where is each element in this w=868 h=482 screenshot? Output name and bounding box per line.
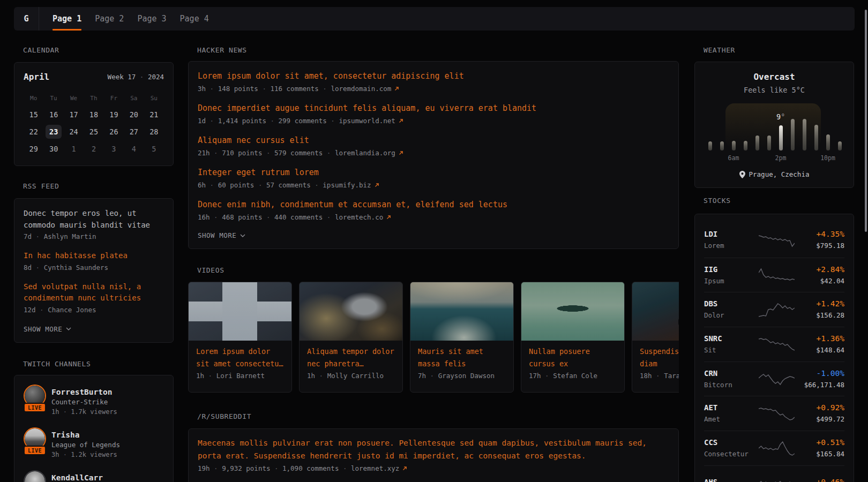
weather-hour-bar	[755, 135, 759, 150]
twitch-channel-row[interactable]: KendallCarr	[24, 470, 164, 482]
hackernews-item-title[interactable]: Aliquam nec cursus elit	[198, 135, 669, 146]
hackernews-section-label: HACKER NEWS	[197, 46, 247, 55]
video-title[interactable]: Aliquam tempor dolor nec pharetra…	[307, 345, 395, 370]
weather-hour-bar	[814, 125, 818, 150]
twitch-avatar-wrap	[24, 470, 46, 482]
active-tab-underline	[53, 29, 81, 31]
calendar-day: 4	[124, 144, 144, 154]
hackernews-item: Donec imperdiet augue tincidunt felis al…	[198, 103, 669, 126]
tab-page-1[interactable]: Page 1	[53, 7, 81, 31]
live-badge: LIVE	[24, 403, 46, 412]
calendar-section-label: CALENDAR	[23, 46, 59, 55]
stock-name: Amet	[704, 415, 759, 424]
stock-symbol: AET	[704, 403, 759, 413]
twitch-channel-name: KendallCarr	[51, 473, 103, 482]
page-tabs: Page 1Page 2Page 3Page 4	[39, 7, 209, 31]
hackernews-show-more-button[interactable]: SHOW MORE	[198, 231, 669, 239]
video-title[interactable]: Suspendisse posuere diam	[640, 345, 679, 370]
rss-section-label: RSS FEED	[23, 182, 59, 191]
stock-sparkline	[759, 440, 795, 456]
stock-price: $795.18	[795, 241, 844, 251]
twitch-channel-viewers: 1h · 1.7k viewers	[51, 407, 117, 417]
video-card[interactable]: Nullam posuere cursus ex17h · Stefan Col…	[521, 282, 625, 393]
external-link-icon	[394, 86, 399, 91]
video-card[interactable]: Mauris sit amet massa felis7h · Grayson …	[410, 282, 514, 393]
video-title[interactable]: Nullam posuere cursus ex	[529, 345, 617, 370]
weather-hour-bar	[803, 119, 806, 150]
calendar-day-header: We	[64, 95, 84, 102]
hackernews-item-title[interactable]: Donec enim nibh, condimentum et accumsan…	[198, 199, 669, 210]
stock-row[interactable]: AETAmet+0.92%$499.72	[704, 396, 844, 431]
subreddit-post-title[interactable]: Maecenas mollis pulvinar erat non posuer…	[198, 437, 669, 462]
calendar-day: 18	[84, 110, 103, 119]
video-thumbnail[interactable]	[410, 282, 513, 341]
stock-sparkline	[759, 371, 795, 387]
video-thumbnail[interactable]	[632, 282, 679, 341]
rss-item-title[interactable]: Donec tempor eros leo, ut commodo mauris…	[24, 208, 164, 231]
weather-hour-label: 10pm	[820, 154, 835, 162]
hackernews-item-title[interactable]: Lorem ipsum dolor sit amet, consectetur …	[198, 71, 669, 81]
weather-hour-bar	[732, 141, 736, 150]
video-card[interactable]: Aliquam tempor dolor nec pharetra…1h · M…	[299, 282, 403, 393]
tab-page-4[interactable]: Page 4	[180, 7, 209, 31]
tab-page-3[interactable]: Page 3	[137, 7, 166, 31]
external-link-icon	[375, 183, 379, 187]
calendar-day-header: Tu	[43, 95, 63, 102]
twitch-channel-viewers: 3h · 1.2k viewers	[51, 450, 120, 460]
hackernews-item-meta: 16h · 468 points · 440 comments · loremt…	[198, 213, 669, 222]
twitch-channel-row[interactable]: LIVETrishaLeague of Legends3h · 1.2k vie…	[24, 427, 164, 460]
video-title[interactable]: Mauris sit amet massa felis	[418, 345, 506, 370]
hackernews-item: Integer eget rutrum lorem6h · 60 points …	[198, 167, 669, 190]
stock-symbol: DBS	[704, 299, 759, 309]
weather-widget: Overcast Feels like 5°C 9° Prague, Czech…	[694, 62, 854, 188]
calendar-day: 1	[64, 144, 84, 154]
hackernews-item-meta: 3h · 148 points · 116 comments · loremdo…	[198, 84, 669, 94]
stock-sparkline	[759, 475, 795, 482]
videos-section-label: VIDEOS	[197, 266, 225, 275]
stock-row[interactable]: CCSConsectetur+0.51%$165.84	[704, 431, 844, 465]
page-scrollbar[interactable]	[865, 10, 867, 232]
rss-show-more-button[interactable]: SHOW MORE	[24, 325, 164, 333]
weather-condition: Overcast	[695, 72, 854, 82]
video-thumbnail[interactable]	[300, 282, 402, 341]
calendar-day-header: Su	[144, 95, 164, 102]
hackernews-item-meta: 1d · 1,414 points · 299 comments · ipsum…	[198, 116, 669, 126]
stock-row[interactable]: DBSDolor+1.42%$156.28	[704, 292, 844, 327]
stock-change: +0.92%	[795, 403, 844, 413]
calendar-day-header: Mo	[24, 95, 43, 102]
stock-row[interactable]: IIGIpsum+2.84%$42.04	[704, 258, 844, 292]
rss-item-meta: 8d · Cynthia Saunders	[24, 263, 164, 272]
subreddit-post-meta: 19h · 9,932 points · 1,090 comments · lo…	[198, 464, 669, 472]
external-link-icon	[399, 118, 403, 123]
tab-page-2[interactable]: Page 2	[95, 7, 124, 31]
header-bar: G Page 1Page 2Page 3Page 4	[14, 7, 855, 31]
stock-row[interactable]: AHS+0.46%	[704, 465, 844, 482]
rss-item-title[interactable]: Sed volutpat nulla nisl, a condimentum n…	[24, 281, 164, 304]
calendar-day: 24	[64, 127, 84, 137]
weather-current-temp: 9°	[776, 112, 785, 121]
weather-location: Prague, Czechia	[695, 170, 854, 178]
stock-change: +0.51%	[795, 438, 844, 448]
video-thumbnail[interactable]	[189, 282, 291, 341]
hackernews-item: Lorem ipsum dolor sit amet, consectetur …	[198, 71, 669, 94]
hackernews-item-title[interactable]: Donec imperdiet augue tincidunt felis al…	[198, 103, 669, 114]
hackernews-item: Donec enim nibh, condimentum et accumsan…	[198, 199, 669, 222]
app-logo[interactable]: G	[14, 7, 39, 31]
stock-row[interactable]: SNRCSit+1.36%$148.64	[704, 327, 844, 362]
twitch-section-label: TWITCH CHANNELS	[23, 360, 91, 368]
stock-row[interactable]: CRNBitcorn-1.00%$66,171.48	[704, 362, 844, 396]
stock-price: $66,171.48	[795, 380, 844, 390]
video-card[interactable]: Lorem ipsum dolor sit amet consectetu…1h…	[188, 282, 292, 393]
calendar-day: 17	[64, 110, 84, 119]
video-card[interactable]: Suspendisse posuere diam18h · Tara	[632, 282, 679, 393]
stock-sparkline	[759, 267, 795, 283]
video-thumbnail[interactable]	[521, 282, 624, 341]
hackernews-item-title[interactable]: Integer eget rutrum lorem	[198, 167, 669, 178]
rss-item-title[interactable]: In hac habitasse platea	[24, 250, 164, 262]
twitch-channel-name: Trisha	[51, 430, 120, 440]
video-title[interactable]: Lorem ipsum dolor sit amet consectetu…	[196, 345, 284, 370]
stock-symbol: CCS	[704, 438, 759, 448]
stock-name: Consectetur	[704, 449, 759, 459]
twitch-channel-row[interactable]: LIVEForrestBurtonCounter-Strike1h · 1.7k…	[24, 385, 164, 417]
stock-row[interactable]: LDILorem+4.35%$795.18	[704, 223, 844, 258]
